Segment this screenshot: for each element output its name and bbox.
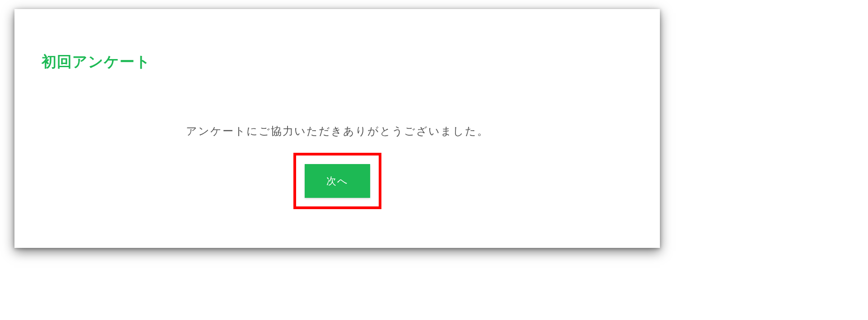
highlight-box: 次へ	[293, 153, 381, 209]
survey-title: 初回アンケート	[42, 52, 633, 72]
next-button[interactable]: 次へ	[305, 164, 370, 198]
survey-card: 初回アンケート アンケートにご協力いただきありがとうございました。 次へ	[14, 9, 660, 248]
thank-you-message: アンケートにご協力いただきありがとうございました。	[42, 124, 633, 138]
